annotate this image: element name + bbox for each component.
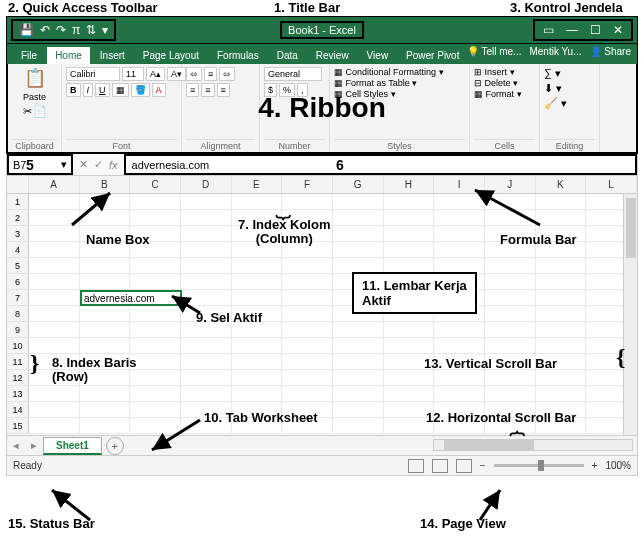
vertical-scroll-thumb[interactable] (626, 198, 636, 258)
autosum-icon[interactable]: π (72, 23, 80, 37)
row-header-9[interactable]: 9 (7, 322, 29, 338)
cell-G12[interactable] (333, 370, 384, 386)
cell-D1[interactable] (181, 194, 232, 210)
cell-D7[interactable] (181, 290, 232, 306)
ribbon-display-icon[interactable]: ▭ (543, 23, 554, 37)
cell-D5[interactable] (181, 258, 232, 274)
sort-icon[interactable]: ⇅ (86, 23, 96, 37)
cell-J13[interactable] (485, 386, 536, 402)
font-size-select[interactable]: 11 (122, 67, 144, 81)
font-grow-icon[interactable]: A▴ (146, 67, 165, 81)
cell-A9[interactable] (29, 322, 80, 338)
page-break-view-icon[interactable] (456, 459, 472, 473)
cell-H13[interactable] (384, 386, 435, 402)
cell-B8[interactable] (80, 306, 131, 322)
column-header-D[interactable]: D (181, 176, 232, 193)
cell-F5[interactable] (282, 258, 333, 274)
cell-D3[interactable] (181, 226, 232, 242)
close-icon[interactable]: ✕ (613, 23, 623, 37)
cell-H2[interactable] (384, 210, 435, 226)
cell-C15[interactable] (130, 418, 181, 434)
align-mid-icon[interactable]: ≡ (204, 67, 217, 81)
cell-B10[interactable] (80, 338, 131, 354)
vertical-scroll-bar[interactable] (623, 194, 637, 435)
row-header-1[interactable]: 1 (7, 194, 29, 210)
cell-A8[interactable] (29, 306, 80, 322)
cell-J7[interactable] (485, 290, 536, 306)
cell-F12[interactable] (282, 370, 333, 386)
number-format-select[interactable]: General (264, 67, 322, 81)
cell-K9[interactable] (536, 322, 587, 338)
cell-E5[interactable] (232, 258, 283, 274)
cut-icon[interactable]: ✂ (23, 105, 32, 118)
cell-I10[interactable] (434, 338, 485, 354)
bold-button[interactable]: B (66, 83, 81, 97)
cell-G9[interactable] (333, 322, 384, 338)
cell-C1[interactable] (130, 194, 181, 210)
column-header-J[interactable]: J (485, 176, 536, 193)
zoom-in-icon[interactable]: + (592, 460, 598, 471)
row-header-13[interactable]: 13 (7, 386, 29, 402)
cancel-formula-icon[interactable]: ✕ (79, 158, 88, 171)
fill-color-icon[interactable]: 🪣 (131, 83, 150, 97)
format-as-table-button[interactable]: ▦ Format as Table ▾ (334, 78, 417, 88)
paste-icon[interactable]: 📋 (24, 67, 46, 89)
cell-H12[interactable] (384, 370, 435, 386)
tell-me[interactable]: 💡 Tell me... (467, 46, 522, 57)
cell-E6[interactable] (232, 274, 283, 290)
cell-A4[interactable] (29, 242, 80, 258)
row-header-15[interactable]: 15 (7, 418, 29, 434)
cell-G10[interactable] (333, 338, 384, 354)
tab-file[interactable]: File (13, 47, 45, 64)
redo-icon[interactable]: ↷ (56, 23, 66, 37)
row-header-10[interactable]: 10 (7, 338, 29, 354)
cell-J2[interactable] (485, 210, 536, 226)
cell-E12[interactable] (232, 370, 283, 386)
cell-A6[interactable] (29, 274, 80, 290)
cell-I12[interactable] (434, 370, 485, 386)
cell-G11[interactable] (333, 354, 384, 370)
align-left-icon[interactable]: ≡ (186, 83, 199, 97)
cell-D2[interactable] (181, 210, 232, 226)
cell-G13[interactable] (333, 386, 384, 402)
cell-C6[interactable] (130, 274, 181, 290)
cell-C11[interactable] (130, 354, 181, 370)
cell-D13[interactable] (181, 386, 232, 402)
cell-B6[interactable] (80, 274, 131, 290)
column-header-G[interactable]: G (333, 176, 384, 193)
cell-C9[interactable] (130, 322, 181, 338)
normal-view-icon[interactable] (408, 459, 424, 473)
cell-K5[interactable] (536, 258, 587, 274)
zoom-out-icon[interactable]: − (480, 460, 486, 471)
cell-I1[interactable] (434, 194, 485, 210)
row-header-14[interactable]: 14 (7, 402, 29, 418)
delete-cells-button[interactable]: ⊟ Delete ▾ (474, 78, 518, 88)
cell-D11[interactable] (181, 354, 232, 370)
cell-H4[interactable] (384, 242, 435, 258)
cell-K10[interactable] (536, 338, 587, 354)
cell-C2[interactable] (130, 210, 181, 226)
page-layout-view-icon[interactable] (432, 459, 448, 473)
format-cells-button[interactable]: ▦ Format ▾ (474, 89, 522, 99)
autosum-button-icon[interactable]: ∑ ▾ (544, 67, 561, 80)
cell-D6[interactable] (181, 274, 232, 290)
tab-power-pivot[interactable]: Power Pivot (398, 47, 467, 64)
cell-J6[interactable] (485, 274, 536, 290)
fx-icon[interactable]: fx (109, 159, 118, 171)
column-header-B[interactable]: B (80, 176, 131, 193)
name-box[interactable]: B7 5 ▾ (7, 154, 73, 175)
cell-E10[interactable] (232, 338, 283, 354)
italic-button[interactable]: I (83, 83, 94, 97)
cell-J12[interactable] (485, 370, 536, 386)
row-header-6[interactable]: 6 (7, 274, 29, 290)
cell-B9[interactable] (80, 322, 131, 338)
row-header-4[interactable]: 4 (7, 242, 29, 258)
column-header-C[interactable]: C (130, 176, 181, 193)
cell-I3[interactable] (434, 226, 485, 242)
column-header-K[interactable]: K (536, 176, 587, 193)
cell-B5[interactable] (80, 258, 131, 274)
cell-A13[interactable] (29, 386, 80, 402)
clear-button-icon[interactable]: 🧹 ▾ (544, 97, 567, 110)
cell-G3[interactable] (333, 226, 384, 242)
cell-F11[interactable] (282, 354, 333, 370)
